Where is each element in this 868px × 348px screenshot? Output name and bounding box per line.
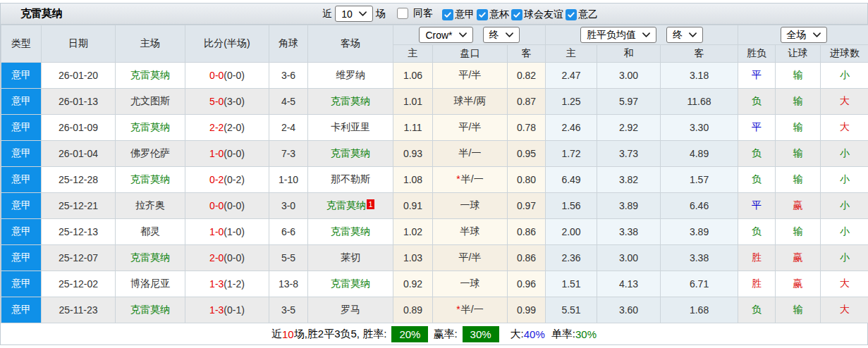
outcome-cell: 负 xyxy=(738,297,776,323)
summary-stats-text: 场,胜2平3负5, 胜率: xyxy=(294,328,387,341)
home-team-cell: 克雷莫纳 xyxy=(116,167,185,193)
date-cell: 25-12-02 xyxy=(42,271,116,297)
handicap-cell: 球半/两 xyxy=(433,89,508,115)
checkbox-checked-icon[interactable] xyxy=(442,9,453,20)
outcome-cell: 负 xyxy=(738,141,776,167)
europe-home-odds-cell: 5.51 xyxy=(546,297,597,323)
asian-away-odds-cell: 0.78 xyxy=(508,115,546,141)
checkbox-checked-icon[interactable] xyxy=(477,9,488,20)
chevron-down-icon xyxy=(506,32,513,37)
team-name: 博洛尼亚 xyxy=(130,278,170,289)
recent-label: 近 xyxy=(322,8,332,20)
team-name: 那不勒斯 xyxy=(331,173,370,185)
asian-away-odds-cell: 0.87 xyxy=(508,89,546,115)
europe-away-odds-cell: 6.71 xyxy=(661,271,738,297)
outcome-cell: 负 xyxy=(738,167,776,193)
europe-away-odds-cell: 3.18 xyxy=(661,63,738,89)
outcome-cell: 胜 xyxy=(738,245,776,271)
team-name: 克雷莫纳 xyxy=(331,225,370,237)
goals-result-cell: 小 xyxy=(821,193,868,219)
star-marker: * xyxy=(456,304,460,315)
goals-result-cell: 小 xyxy=(821,219,868,245)
corners-cell: 4-5 xyxy=(269,89,308,115)
corners-cell: 13-8 xyxy=(269,271,308,297)
europe-away-odds-cell: 6.46 xyxy=(661,193,738,219)
home-team-cell: 克雷莫纳 xyxy=(116,297,185,323)
europe-home-odds-cell: 2.47 xyxy=(546,63,597,89)
league-cell: 意甲 xyxy=(1,115,42,141)
fulltime-scope-select[interactable]: 全场 xyxy=(781,27,827,43)
summary-bar: 近10场,胜2平3负5, 胜率: 20% 赢率: 30% 大:40% 单率:30… xyxy=(1,323,867,344)
filter-checkbox-item[interactable]: 意杯 xyxy=(477,8,509,21)
score-cell: 0-0(0-0) xyxy=(185,63,269,89)
europe-time-select[interactable]: 终 xyxy=(666,27,703,43)
europe-mean-select[interactable]: 胜平负均值 xyxy=(580,27,656,43)
checkbox-checked-icon[interactable] xyxy=(566,9,577,20)
team-name: 莱切 xyxy=(341,251,360,263)
subheader-asian-away: 客 xyxy=(508,45,546,63)
date-cell: 26-01-20 xyxy=(42,63,116,89)
col-header-score: 比分(半场) xyxy=(185,25,269,63)
subheader-handicap: 盘口 xyxy=(433,45,508,63)
filter-checkbox-item[interactable]: 同客 xyxy=(397,7,433,20)
handicap-result-cell: 输 xyxy=(776,167,821,193)
subheader-handicap-result: 让球 xyxy=(776,45,821,63)
match-row: 意甲25-12-13都灵1-0(1-0)6-6克雷莫纳1.02半球0.862.0… xyxy=(1,219,868,245)
europe-mean-select-value: 胜平负均值 xyxy=(587,29,636,42)
europe-draw-odds-cell: 3.00 xyxy=(597,63,661,89)
date-cell: 25-12-13 xyxy=(42,219,116,245)
filter-checkbox-item[interactable]: 意甲 xyxy=(442,8,475,21)
title-bar: 克雷莫纳 近 10 场 同客意甲意杯球会友谊意乙 xyxy=(1,4,867,25)
handicap-cell: *半/一 xyxy=(433,297,508,323)
handicap-result-cell: 赢 xyxy=(776,245,821,271)
handicap-result-cell: 输 xyxy=(776,219,821,245)
goals-result-cell: 小 xyxy=(821,167,868,193)
checkbox-label: 球会友谊 xyxy=(524,8,563,21)
europe-away-odds-cell: 3.89 xyxy=(661,219,738,245)
corners-cell: 5-5 xyxy=(269,245,308,271)
handicap-cell: 一球 xyxy=(433,271,508,297)
home-team-cell: 克雷莫纳 xyxy=(116,115,185,141)
asian-away-odds-cell: 0.86 xyxy=(508,219,546,245)
fulltime-scope-select-value: 全场 xyxy=(787,29,807,42)
europe-home-odds-cell: 1.56 xyxy=(546,193,597,219)
checkbox-unchecked-icon[interactable] xyxy=(397,8,408,19)
europe-draw-odds-cell: 2.92 xyxy=(597,115,661,141)
team-name: 克雷莫纳 xyxy=(130,69,170,80)
filter-checkbox-item[interactable]: 意乙 xyxy=(566,8,598,21)
outcome-cell: 平 xyxy=(738,115,776,141)
league-filter-checkboxes: 同客意甲意杯球会友谊意乙 xyxy=(389,7,598,21)
corners-cell: 3-5 xyxy=(269,297,308,323)
asian-home-odds-cell: 0.93 xyxy=(393,141,433,167)
europe-draw-odds-cell: 3.38 xyxy=(597,219,661,245)
europe-draw-odds-cell: 3.73 xyxy=(597,141,661,167)
handicap-result-cell: 赢 xyxy=(776,193,821,219)
asian-away-odds-cell: 0.82 xyxy=(508,63,546,89)
home-team-cell: 拉齐奥 xyxy=(116,193,185,219)
subheader-goals: 进球数 xyxy=(821,45,868,63)
europe-home-odds-cell: 6.49 xyxy=(546,167,597,193)
match-row: 意甲25-11-23克雷莫纳1-3(0-1)3-5罗马0.89*半/一0.995… xyxy=(1,297,868,323)
recent-count-select[interactable]: 10 xyxy=(335,6,373,22)
asian-time-select[interactable]: 终 xyxy=(483,27,520,43)
score-cell: 1-0(0-0) xyxy=(185,141,269,167)
checkbox-label: 意杯 xyxy=(489,8,509,21)
handicap-cell: 平/半 xyxy=(433,63,508,89)
bookmaker-select[interactable]: Crow* xyxy=(419,27,472,43)
asian-away-odds-cell: 0.97 xyxy=(508,193,546,219)
checkbox-checked-icon[interactable] xyxy=(511,9,522,20)
score-cell: 5-0(3-0) xyxy=(185,89,269,115)
europe-away-odds-cell: 1.57 xyxy=(661,167,738,193)
filter-checkbox-item[interactable]: 球会友谊 xyxy=(511,8,563,21)
col-header-home: 主场 xyxy=(116,25,185,63)
goals-result-cell: 大 xyxy=(821,271,868,297)
league-cell: 意甲 xyxy=(1,89,42,115)
matches-table: 类型 日期 主场 比分(半场) 角球 客场 Crow* 终 xyxy=(1,25,868,323)
handicap-result-cell: 输 xyxy=(776,141,821,167)
europe-draw-odds-cell: 3.82 xyxy=(597,167,661,193)
asian-home-odds-cell: 0.91 xyxy=(393,193,433,219)
team-history-panel: 克雷莫纳 近 10 场 同客意甲意杯球会友谊意乙 类型 xyxy=(0,3,868,345)
europe-time-select-value: 终 xyxy=(673,29,683,42)
match-row: 意甲26-01-04佛罗伦萨1-0(0-0)7-3克雷莫纳0.93半/一0.95… xyxy=(1,141,868,167)
team-name: 克雷莫纳 xyxy=(130,251,170,263)
